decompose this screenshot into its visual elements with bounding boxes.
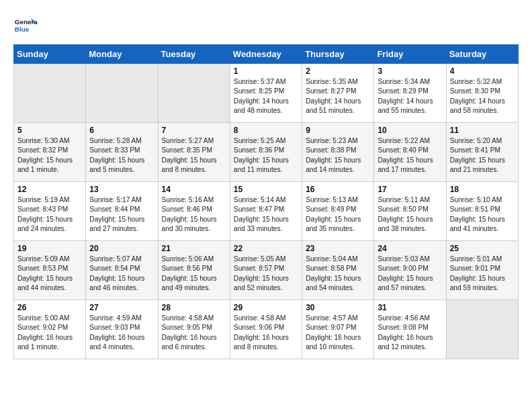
day-info: Sunrise: 5:37 AMSunset: 8:25 PMDaylight:… bbox=[234, 77, 298, 116]
calendar-cell: 17Sunrise: 5:11 AMSunset: 8:50 PMDayligh… bbox=[374, 182, 446, 241]
day-info: Sunrise: 5:17 AMSunset: 8:44 PMDaylight:… bbox=[89, 195, 154, 234]
calendar-cell: 12Sunrise: 5:19 AMSunset: 8:43 PMDayligh… bbox=[14, 182, 86, 241]
calendar-table: SundayMondayTuesdayWednesdayThursdayFrid… bbox=[13, 44, 519, 359]
day-of-week-header: Tuesday bbox=[158, 45, 230, 64]
logo: General Blue bbox=[13, 13, 38, 38]
calendar-cell: 19Sunrise: 5:09 AMSunset: 8:53 PMDayligh… bbox=[14, 241, 86, 300]
day-number: 17 bbox=[378, 185, 442, 194]
day-number: 31 bbox=[378, 303, 442, 312]
day-info: Sunrise: 5:30 AMSunset: 8:32 PMDaylight:… bbox=[17, 136, 82, 175]
calendar-cell: 1Sunrise: 5:37 AMSunset: 8:25 PMDaylight… bbox=[230, 64, 302, 123]
day-number: 21 bbox=[162, 244, 226, 253]
day-info: Sunrise: 5:16 AMSunset: 8:46 PMDaylight:… bbox=[162, 195, 226, 234]
day-info: Sunrise: 4:58 AMSunset: 9:05 PMDaylight:… bbox=[162, 314, 226, 352]
day-number: 6 bbox=[89, 126, 154, 135]
day-info: Sunrise: 4:58 AMSunset: 9:06 PMDaylight:… bbox=[234, 314, 298, 352]
day-of-week-header: Sunday bbox=[14, 45, 86, 64]
calendar-cell: 27Sunrise: 4:59 AMSunset: 9:03 PMDayligh… bbox=[86, 300, 158, 359]
calendar-cell: 9Sunrise: 5:23 AMSunset: 8:38 PMDaylight… bbox=[302, 123, 374, 182]
calendar-week-row: 26Sunrise: 5:00 AMSunset: 9:02 PMDayligh… bbox=[14, 300, 519, 359]
day-info: Sunrise: 5:25 AMSunset: 8:36 PMDaylight:… bbox=[234, 136, 298, 175]
day-info: Sunrise: 5:35 AMSunset: 8:27 PMDaylight:… bbox=[306, 77, 370, 116]
svg-text:Blue: Blue bbox=[15, 26, 30, 33]
day-number: 11 bbox=[450, 126, 515, 135]
calendar-cell: 4Sunrise: 5:32 AMSunset: 8:30 PMDaylight… bbox=[446, 64, 518, 123]
day-of-week-header: Saturday bbox=[446, 45, 518, 64]
day-number: 28 bbox=[162, 303, 226, 312]
logo-icon: General Blue bbox=[13, 13, 38, 38]
day-info: Sunrise: 5:28 AMSunset: 8:33 PMDaylight:… bbox=[89, 136, 154, 175]
calendar-cell: 21Sunrise: 5:06 AMSunset: 8:56 PMDayligh… bbox=[158, 241, 230, 300]
calendar-cell: 22Sunrise: 5:05 AMSunset: 8:57 PMDayligh… bbox=[230, 241, 302, 300]
day-number: 4 bbox=[450, 66, 515, 76]
day-info: Sunrise: 5:04 AMSunset: 8:58 PMDaylight:… bbox=[306, 255, 370, 293]
calendar-cell: 16Sunrise: 5:13 AMSunset: 8:49 PMDayligh… bbox=[302, 182, 374, 241]
day-info: Sunrise: 5:06 AMSunset: 8:56 PMDaylight:… bbox=[162, 255, 226, 293]
calendar-cell: 23Sunrise: 5:04 AMSunset: 8:58 PMDayligh… bbox=[302, 241, 374, 300]
calendar-cell: 25Sunrise: 5:01 AMSunset: 9:01 PMDayligh… bbox=[446, 241, 518, 300]
day-of-week-header: Wednesday bbox=[230, 45, 302, 64]
calendar-cell: 15Sunrise: 5:14 AMSunset: 8:47 PMDayligh… bbox=[230, 182, 302, 241]
day-info: Sunrise: 4:56 AMSunset: 9:08 PMDaylight:… bbox=[378, 314, 442, 352]
day-info: Sunrise: 5:03 AMSunset: 9:00 PMDaylight:… bbox=[378, 255, 442, 293]
calendar-cell: 7Sunrise: 5:27 AMSunset: 8:35 PMDaylight… bbox=[158, 123, 230, 182]
calendar-cell: 28Sunrise: 4:58 AMSunset: 9:05 PMDayligh… bbox=[158, 300, 230, 359]
day-number: 22 bbox=[234, 244, 298, 253]
header: General Blue bbox=[13, 13, 519, 38]
day-number: 29 bbox=[234, 303, 298, 312]
day-info: Sunrise: 4:57 AMSunset: 9:07 PMDaylight:… bbox=[306, 314, 370, 352]
day-info: Sunrise: 5:27 AMSunset: 8:35 PMDaylight:… bbox=[162, 136, 226, 175]
calendar-week-row: 19Sunrise: 5:09 AMSunset: 8:53 PMDayligh… bbox=[14, 241, 519, 300]
calendar-cell: 18Sunrise: 5:10 AMSunset: 8:51 PMDayligh… bbox=[446, 182, 518, 241]
calendar-cell: 3Sunrise: 5:34 AMSunset: 8:29 PMDaylight… bbox=[374, 64, 446, 123]
day-info: Sunrise: 5:34 AMSunset: 8:29 PMDaylight:… bbox=[378, 77, 442, 116]
day-info: Sunrise: 5:11 AMSunset: 8:50 PMDaylight:… bbox=[378, 195, 442, 234]
calendar-cell bbox=[446, 300, 518, 359]
day-number: 24 bbox=[378, 244, 442, 253]
calendar-cell: 6Sunrise: 5:28 AMSunset: 8:33 PMDaylight… bbox=[86, 123, 158, 182]
day-number: 13 bbox=[89, 185, 154, 194]
day-number: 2 bbox=[306, 66, 370, 76]
day-number: 9 bbox=[306, 126, 370, 135]
day-number: 12 bbox=[17, 185, 82, 194]
day-info: Sunrise: 5:09 AMSunset: 8:53 PMDaylight:… bbox=[17, 255, 82, 293]
day-info: Sunrise: 5:00 AMSunset: 9:02 PMDaylight:… bbox=[17, 314, 82, 352]
calendar-header-row: SundayMondayTuesdayWednesdayThursdayFrid… bbox=[14, 45, 519, 64]
day-number: 20 bbox=[89, 244, 154, 253]
day-info: Sunrise: 4:59 AMSunset: 9:03 PMDaylight:… bbox=[89, 314, 154, 352]
day-info: Sunrise: 5:22 AMSunset: 8:40 PMDaylight:… bbox=[378, 136, 442, 175]
day-number: 8 bbox=[234, 126, 298, 135]
day-of-week-header: Thursday bbox=[302, 45, 374, 64]
calendar-cell: 30Sunrise: 4:57 AMSunset: 9:07 PMDayligh… bbox=[302, 300, 374, 359]
day-number: 26 bbox=[17, 303, 82, 312]
calendar-cell: 31Sunrise: 4:56 AMSunset: 9:08 PMDayligh… bbox=[374, 300, 446, 359]
day-number: 18 bbox=[450, 185, 515, 194]
calendar-cell: 26Sunrise: 5:00 AMSunset: 9:02 PMDayligh… bbox=[14, 300, 86, 359]
calendar-cell: 5Sunrise: 5:30 AMSunset: 8:32 PMDaylight… bbox=[14, 123, 86, 182]
calendar-cell: 20Sunrise: 5:07 AMSunset: 8:54 PMDayligh… bbox=[86, 241, 158, 300]
calendar-cell bbox=[158, 64, 230, 123]
day-number: 10 bbox=[378, 126, 442, 135]
calendar-week-row: 1Sunrise: 5:37 AMSunset: 8:25 PMDaylight… bbox=[14, 64, 519, 123]
day-number: 15 bbox=[234, 185, 298, 194]
day-of-week-header: Monday bbox=[86, 45, 158, 64]
calendar-cell bbox=[14, 64, 86, 123]
day-number: 16 bbox=[306, 185, 370, 194]
calendar-cell: 10Sunrise: 5:22 AMSunset: 8:40 PMDayligh… bbox=[374, 123, 446, 182]
day-info: Sunrise: 5:10 AMSunset: 8:51 PMDaylight:… bbox=[450, 195, 515, 234]
calendar-cell: 11Sunrise: 5:20 AMSunset: 8:41 PMDayligh… bbox=[446, 123, 518, 182]
day-number: 30 bbox=[306, 303, 370, 312]
calendar-week-row: 12Sunrise: 5:19 AMSunset: 8:43 PMDayligh… bbox=[14, 182, 519, 241]
calendar-cell: 24Sunrise: 5:03 AMSunset: 9:00 PMDayligh… bbox=[374, 241, 446, 300]
day-of-week-header: Friday bbox=[374, 45, 446, 64]
day-number: 25 bbox=[450, 244, 515, 253]
day-number: 27 bbox=[89, 303, 154, 312]
day-info: Sunrise: 5:23 AMSunset: 8:38 PMDaylight:… bbox=[306, 136, 370, 175]
day-info: Sunrise: 5:20 AMSunset: 8:41 PMDaylight:… bbox=[450, 136, 515, 175]
day-info: Sunrise: 5:07 AMSunset: 8:54 PMDaylight:… bbox=[89, 255, 154, 293]
day-number: 7 bbox=[162, 126, 226, 135]
day-number: 14 bbox=[162, 185, 226, 194]
day-number: 23 bbox=[306, 244, 370, 253]
calendar-cell: 29Sunrise: 4:58 AMSunset: 9:06 PMDayligh… bbox=[230, 300, 302, 359]
day-number: 5 bbox=[17, 126, 82, 135]
